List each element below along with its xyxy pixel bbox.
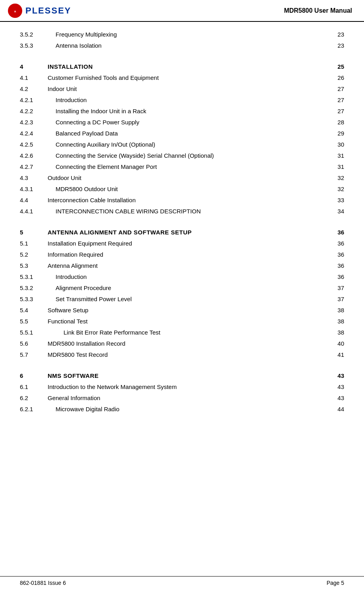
toc-page-number: 43 (332, 382, 344, 392)
toc-entry: 6.2General Information43 (20, 393, 344, 403)
toc-label: 4.4.1INTERCONNECTION CABLE WIRING DESCRI… (20, 207, 332, 216)
toc-entry: 4INSTALLATION25 (20, 63, 344, 70)
toc-text: ANTENNA ALIGNMENT AND SOFTWARE SETUP (48, 229, 332, 236)
toc-number: 3.5.3 (20, 41, 56, 50)
toc-text: MDR5800 Outdoor Unit (56, 184, 332, 194)
toc-entry: 6.2.1Microwave Digital Radio44 (20, 404, 344, 414)
toc-page-number: 25 (332, 63, 344, 70)
toc-label: 4.2.5Connecting Auxiliary In/Out (Option… (20, 140, 332, 149)
toc-entry: 4.2.7Connecting the Element Manager Port… (20, 162, 344, 172)
toc-number: 5.3.1 (20, 272, 56, 282)
toc-entry: 4.4.1INTERCONNECTION CABLE WIRING DESCRI… (20, 207, 344, 216)
toc-entry: 5.2Information Required36 (20, 250, 344, 259)
toc-entry: 5.3Antenna Alignment36 (20, 261, 344, 271)
toc-text: Introduction to the Network Management S… (48, 382, 332, 392)
toc-text: Indoor Unit (48, 84, 332, 94)
toc-text: MDR5800 Installation Record (48, 339, 332, 348)
toc-label: 5.6MDR5800 Installation Record (20, 339, 332, 348)
toc-label: 5.2Information Required (20, 250, 332, 259)
toc-page-number: 26 (332, 73, 344, 83)
toc-page-number: 38 (332, 317, 344, 326)
toc-text: General Information (48, 393, 332, 403)
toc-number: 5.4 (20, 306, 48, 315)
page-container: a PLESSEY MDR5800 User Manual 3.5.2Frequ… (0, 0, 364, 594)
toc-text: Interconnection Cable Installation (48, 195, 332, 205)
toc-number: 6.1 (20, 382, 48, 392)
toc-number: 4.2 (20, 84, 48, 94)
toc-entry: 4.4Interconnection Cable Installation33 (20, 195, 344, 205)
toc-text: Microwave Digital Radio (56, 404, 332, 414)
toc-text: Antenna Alignment (48, 261, 332, 271)
toc-page-number: 31 (332, 151, 344, 161)
svg-text:a: a (14, 10, 16, 13)
toc-text: Connecting Auxiliary In/Out (Optional) (56, 140, 332, 149)
toc-page-number: 28 (332, 118, 344, 127)
toc-text: Introduction (56, 272, 332, 282)
toc-entry: 6NMS SOFTWARE43 (20, 372, 344, 379)
toc-label: 4.2.2Installing the Indoor Unit in a Rac… (20, 106, 332, 116)
toc-text: Connecting the Service (Wayside) Serial … (56, 151, 332, 161)
toc-label: 4.3Outdoor Unit (20, 173, 332, 183)
toc-text: Customer Furnished Tools and Equipment (48, 73, 332, 83)
toc-label: 4.3.1MDR5800 Outdoor Unit (20, 184, 332, 194)
toc-page-number: 31 (332, 162, 344, 172)
toc-label: 4.2.4Balanced Payload Data (20, 129, 332, 138)
toc-number: 4.2.6 (20, 151, 56, 161)
toc-label: 5.7MDR5800 Test Record (20, 350, 332, 360)
toc-number: 5.1 (20, 239, 48, 248)
toc-text: Software Setup (48, 306, 332, 315)
toc-entry: 4.2.1Introduction27 (20, 95, 344, 105)
toc-number: 5 (20, 229, 48, 236)
toc-number: 4.3 (20, 173, 48, 183)
toc-number: 4.2.5 (20, 140, 56, 149)
toc-text: Connecting the Element Manager Port (56, 162, 332, 172)
toc-page-number: 36 (332, 272, 344, 282)
toc-label: 4.2.3Connecting a DC Power Supply (20, 118, 332, 127)
footer-issue: 862-01881 Issue 6 (20, 580, 66, 586)
toc-number: 4.4 (20, 195, 48, 205)
toc-label: 5ANTENNA ALIGNMENT AND SOFTWARE SETUP (20, 229, 332, 236)
toc-label: 5.3.1Introduction (20, 272, 332, 282)
toc-label: 6.1Introduction to the Network Managemen… (20, 382, 332, 392)
toc-entry: 5.5.1Link Bit Error Rate Performance Tes… (20, 328, 344, 337)
toc-label: 6NMS SOFTWARE (20, 372, 332, 379)
toc-page-number: 32 (332, 173, 344, 183)
toc-page-number: 27 (332, 84, 344, 94)
toc-content: 3.5.2Frequency Multiplexing233.5.3Antenn… (0, 22, 364, 431)
toc-entry: 4.2Indoor Unit27 (20, 84, 344, 94)
toc-text: INSTALLATION (48, 63, 332, 70)
toc-number: 5.7 (20, 350, 48, 360)
toc-text: Balanced Payload Data (56, 129, 332, 138)
toc-label: 5.3.3Set Transmitted Power Level (20, 294, 332, 304)
toc-number: 4.2.7 (20, 162, 56, 172)
company-logo: PLESSEY (25, 6, 71, 16)
toc-text: Outdoor Unit (48, 173, 332, 183)
toc-spacer (20, 218, 344, 223)
toc-text: Frequency Multiplexing (56, 30, 332, 39)
toc-page-number: 38 (332, 306, 344, 315)
toc-page-number: 37 (332, 294, 344, 304)
toc-entry: 5.6MDR5800 Installation Record40 (20, 339, 344, 348)
toc-page-number: 44 (332, 404, 344, 414)
toc-page-number: 36 (332, 229, 344, 236)
toc-text: Antenna Isolation (56, 41, 332, 50)
toc-entry: 4.2.6Connecting the Service (Wayside) Se… (20, 151, 344, 161)
toc-number: 6.2.1 (20, 404, 56, 414)
toc-page-number: 36 (332, 261, 344, 271)
toc-page-number: 32 (332, 184, 344, 194)
toc-page-number: 36 (332, 250, 344, 259)
toc-label: 6.2General Information (20, 393, 332, 403)
toc-text: Set Transmitted Power Level (56, 294, 332, 304)
toc-container: 3.5.2Frequency Multiplexing233.5.3Antenn… (20, 30, 344, 414)
toc-page-number: 43 (332, 372, 344, 379)
toc-text: Installation Equipment Required (48, 239, 332, 248)
toc-entry: 4.2.3Connecting a DC Power Supply28 (20, 118, 344, 127)
toc-spacer (20, 52, 344, 57)
toc-entry: 6.1Introduction to the Network Managemen… (20, 382, 344, 392)
toc-entry: 4.3Outdoor Unit32 (20, 173, 344, 183)
toc-text: Introduction (56, 95, 332, 105)
footer-page: Page 5 (327, 580, 344, 586)
toc-entry: 3.5.3Antenna Isolation23 (20, 41, 344, 50)
toc-spacer (20, 361, 344, 366)
toc-entry: 4.2.4Balanced Payload Data29 (20, 129, 344, 138)
